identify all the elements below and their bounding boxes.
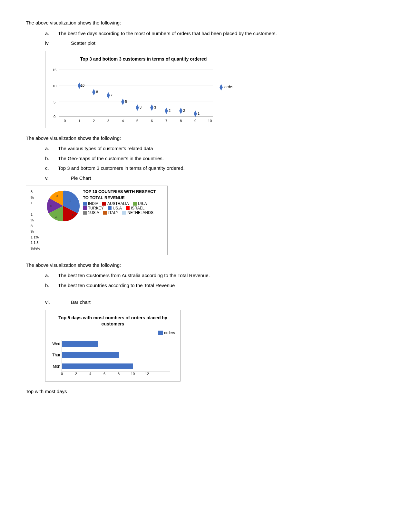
svg-text:8: 8 bbox=[50, 204, 52, 208]
legend-label-turkey: TURKEY bbox=[88, 206, 104, 210]
scatter-point-4 bbox=[121, 99, 124, 105]
section-v: v. Pie Chart bbox=[26, 175, 385, 182]
legend-label-nethelands: NETHELANDS bbox=[127, 210, 153, 215]
list-item-2b: b. The Geo-maps of the customer's in the… bbox=[26, 155, 385, 162]
list-item-3b: b. The best ten Countries according to t… bbox=[26, 282, 385, 289]
svg-text:2: 2 bbox=[183, 109, 185, 112]
legend-label-australia: AUSTRALIA bbox=[107, 201, 129, 206]
bar-area: Wed Thur Mon 0 2 4 6 8 10 12 bbox=[51, 337, 175, 377]
legend-label-usa1: US.A bbox=[138, 201, 147, 206]
list-item-3a: a. The best ten Customers from Australia… bbox=[26, 272, 385, 279]
svg-text:3: 3 bbox=[154, 105, 156, 109]
scatter-point-8 bbox=[179, 108, 182, 114]
section-v-text: Pie Chart bbox=[71, 175, 91, 182]
list-text-3b: The best ten Countries according to the … bbox=[58, 282, 385, 289]
svg-text:8: 8 bbox=[180, 119, 182, 123]
scatter-chart-title: Top 3 and bottom 3 customers in terms of… bbox=[49, 56, 238, 62]
svg-text:0: 0 bbox=[61, 372, 63, 376]
legend-color-usa2 bbox=[108, 206, 112, 210]
legend-label-1usa: 1US.A bbox=[88, 210, 99, 215]
svg-text:10: 10 bbox=[81, 83, 84, 87]
scatter-svg: 15 10 5 0 0 1 2 3 4 5 6 7 8 9 10 bbox=[49, 65, 232, 123]
scatter-chart-container: Top 3 and bottom 3 customers in terms of… bbox=[45, 51, 245, 128]
svg-text:4: 4 bbox=[55, 216, 57, 219]
section-iv: iv. Scatter plot bbox=[26, 40, 385, 47]
svg-text:9: 9 bbox=[194, 119, 196, 123]
scatter-chart-area: 15 10 5 0 0 1 2 3 4 5 6 7 8 9 10 bbox=[49, 65, 238, 123]
svg-text:5: 5 bbox=[54, 100, 55, 104]
intro-text-1: The above visualization shows the follow… bbox=[26, 19, 385, 27]
bar-wed bbox=[62, 341, 98, 347]
list-label-3b: b. bbox=[45, 282, 58, 289]
svg-text:0: 0 bbox=[54, 115, 55, 119]
svg-text:8: 8 bbox=[72, 213, 73, 216]
svg-text:7: 7 bbox=[165, 119, 167, 123]
pie-legend: INDIA AUSTRALIA US.A TURKEY US.A ISRAEL bbox=[83, 201, 163, 215]
svg-text:7: 7 bbox=[111, 93, 113, 97]
svg-text:2: 2 bbox=[75, 372, 77, 376]
bottom-text: Top with most days , bbox=[26, 388, 385, 395]
pie-svg: 1 8 4 8 3 bbox=[45, 189, 81, 223]
legend-color-nethelands bbox=[122, 211, 126, 215]
svg-text:5: 5 bbox=[136, 119, 138, 123]
pie-legend-area: TOP 10 COUNTRIES WITH RESPECT TO TOTAL R… bbox=[83, 189, 163, 215]
list-label-2c: c. bbox=[45, 165, 58, 172]
section-vi: vi. Bar chart bbox=[26, 299, 385, 306]
pie-percent-labels: 8%11%8%1 1%1 1 3%%% bbox=[31, 189, 44, 252]
scatter-point-2 bbox=[92, 89, 95, 95]
pie-title-2: TO TOTAL REVENUE bbox=[83, 195, 163, 200]
svg-text:1: 1 bbox=[69, 199, 71, 202]
svg-text:8: 8 bbox=[96, 90, 98, 94]
scatter-legend-icon bbox=[220, 84, 223, 91]
bar-legend: orders bbox=[51, 331, 175, 335]
legend-color-turkey bbox=[83, 206, 87, 210]
roman-vi: vi. bbox=[45, 299, 71, 306]
scatter-point-5 bbox=[136, 104, 139, 111]
bar-legend-label: orders bbox=[164, 331, 175, 335]
legend-color-usa1 bbox=[133, 202, 137, 206]
legend-color-india bbox=[83, 202, 87, 206]
list-item-2c: c. Top 3 and bottom 3 customers in terms… bbox=[26, 165, 385, 172]
svg-text:4: 4 bbox=[89, 372, 91, 376]
list-label-2b: b. bbox=[45, 155, 58, 162]
svg-text:10: 10 bbox=[208, 119, 212, 123]
list-text-2c: Top 3 and bottom 3 customers in terms of… bbox=[58, 165, 385, 172]
bar-chart-container: Top 5 days with most numbers of orders p… bbox=[45, 310, 181, 382]
bar-thur bbox=[62, 352, 119, 358]
list-label-2a: a. bbox=[45, 145, 58, 152]
svg-text:12: 12 bbox=[145, 372, 149, 376]
legend-label-israel: ISRAEL bbox=[131, 206, 145, 210]
svg-text:2: 2 bbox=[169, 109, 171, 112]
svg-text:6: 6 bbox=[103, 372, 105, 376]
legend-1usa: 1US.A ITALY NETHELANDS bbox=[83, 210, 163, 215]
legend-label-italy: ITALY bbox=[108, 210, 119, 215]
list-text-1a: The best five days according to the most… bbox=[58, 30, 385, 37]
legend-label-usa2: US.A bbox=[113, 206, 122, 210]
svg-text:2: 2 bbox=[93, 119, 95, 123]
scatter-point-9 bbox=[194, 111, 197, 117]
pie-visual: 1 8 4 8 3 bbox=[45, 189, 81, 223]
svg-text:3: 3 bbox=[140, 105, 142, 109]
svg-text:1: 1 bbox=[198, 111, 200, 115]
svg-text:4: 4 bbox=[122, 119, 124, 123]
list-item-1a: a. The best five days according to the m… bbox=[26, 30, 385, 37]
svg-text:1: 1 bbox=[78, 119, 80, 123]
roman-iv: iv. bbox=[45, 40, 71, 47]
svg-text:10: 10 bbox=[53, 84, 56, 88]
svg-text:Thur: Thur bbox=[52, 353, 60, 357]
scatter-point-3 bbox=[107, 92, 110, 99]
list-text-2b: The Geo-maps of the customer's in the co… bbox=[58, 155, 385, 162]
bar-legend-color bbox=[158, 331, 163, 335]
svg-text:8: 8 bbox=[118, 372, 120, 376]
svg-text:Mon: Mon bbox=[53, 364, 60, 369]
bar-chart-title: Top 5 days with most numbers of orders p… bbox=[51, 315, 175, 327]
intro-text-3: The above visualization shows the follow… bbox=[26, 262, 385, 269]
legend-color-israel bbox=[126, 206, 130, 210]
scatter-point-6 bbox=[150, 104, 153, 111]
legend-turkey: TURKEY US.A ISRAEL bbox=[83, 206, 163, 210]
intro-text-2: The above visualization shows the follow… bbox=[26, 135, 385, 142]
svg-text:10: 10 bbox=[131, 372, 135, 376]
svg-text:Wed: Wed bbox=[53, 342, 60, 346]
legend-label-india: INDIA bbox=[88, 201, 98, 206]
pie-chart-container: 8%11%8%1 1%1 1 3%%% 1 8 4 8 3 TOP 10 C bbox=[26, 186, 168, 255]
